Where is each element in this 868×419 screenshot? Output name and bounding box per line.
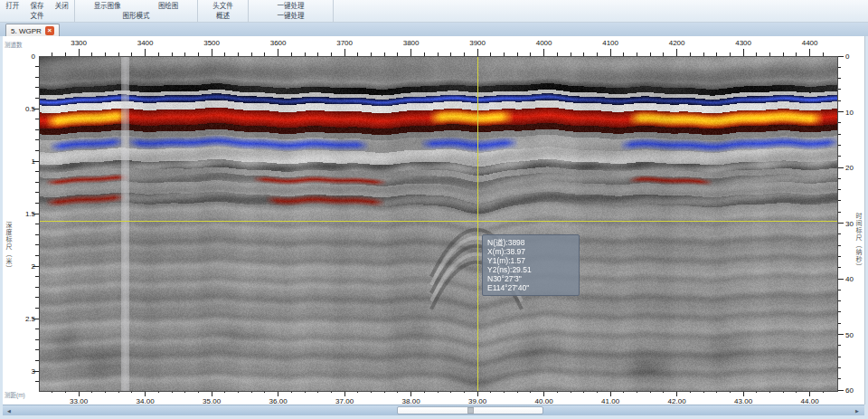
top-axis-label: 3400 [132, 39, 159, 47]
tab-label: 5. WGPR [11, 27, 42, 35]
top-axis-tick [145, 49, 146, 56]
wgpr-app-window: { "toolbar": { "groups": [ {"label": "文件… [0, 0, 868, 419]
ribbon-group-1: 打开保存关闭文件 [0, 0, 75, 22]
cursor-readout-tooltip: N(道):3898X(m):38.97Y1(m):1.57Y2(ns):29.5… [482, 234, 580, 296]
right-axis-label: 10 [845, 109, 862, 117]
ribbon-group-label: 概述 [198, 11, 248, 22]
ribbon-group-label: 文件 [0, 11, 74, 22]
ribbon-group-label: 图形模式 [75, 11, 197, 22]
right-axis-tick [837, 56, 844, 57]
top-axis-label: 3600 [265, 39, 292, 47]
ribbon-toolbar: 打开保存关闭文件显示图像图绘图图形模式头文件概述一键处理一键处理 [0, 0, 868, 23]
tooltip-line: N30°27'3" [487, 274, 574, 283]
left-axis-label: 2 [12, 262, 35, 271]
top-axis-tick [543, 49, 544, 56]
top-axis-unit-label: 测道数 [5, 42, 23, 48]
horizontal-scrollbar[interactable]: ◀ ▶ [3, 405, 864, 415]
left-axis-label: 0.5 [12, 105, 35, 113]
tooltip-line: X(m):38.97 [487, 247, 574, 256]
tooltip-line: Y1(m):1.57 [487, 256, 574, 265]
top-axis-label: 3700 [331, 39, 358, 47]
tooltip-line: N(道):3898 [487, 238, 574, 247]
scrollbar-thumb[interactable] [397, 406, 543, 414]
scroll-right-arrow-icon[interactable]: ▶ [853, 406, 862, 415]
top-axis-label: 3800 [398, 39, 425, 47]
left-axis-label: 1.5 [12, 210, 35, 218]
ribbon-button[interactable]: 打开 [4, 0, 21, 11]
radargram-panel: 测道数 测距(m) 深度标尺（米） 时间标尺（纳秒） 3300340035003… [3, 36, 865, 405]
ribbon-group-2: 显示图像图绘图图形模式 [75, 0, 198, 22]
top-axis-tick [278, 49, 278, 56]
top-axis-label: 4000 [531, 39, 558, 47]
top-axis-tick [676, 49, 677, 56]
top-axis-tick [610, 49, 611, 56]
top-axis-tick [809, 49, 810, 56]
top-axis-label: 3300 [65, 39, 92, 47]
right-axis-tick [837, 111, 844, 112]
top-axis-label: 3900 [464, 39, 491, 47]
top-axis-label: 3500 [198, 39, 225, 47]
left-axis-label: 1 [12, 157, 35, 166]
top-axis-tick [212, 49, 212, 56]
top-axis-label: 4200 [664, 39, 691, 47]
tooltip-line: E114°27'40" [487, 283, 574, 292]
right-axis-label: 40 [845, 275, 862, 283]
ribbon-button[interactable]: 显示图像 [92, 0, 123, 11]
left-axis-label: 2.5 [12, 315, 35, 323]
ribbon-button[interactable]: 头文件 [211, 0, 235, 11]
ribbon-group-3: 头文件概述 [198, 0, 249, 22]
radargram-canvas[interactable] [40, 57, 837, 391]
top-axis-label: 4300 [730, 39, 757, 47]
right-axis-tick [837, 223, 844, 224]
right-axis-label: 60 [845, 386, 862, 395]
right-axis-tick [837, 390, 844, 391]
top-axis-tick [410, 49, 411, 56]
top-axis-tick [477, 49, 478, 56]
scroll-left-arrow-icon[interactable]: ◀ [5, 406, 14, 415]
crosshair-vertical-line [477, 57, 478, 391]
crosshair-horizontal-line [40, 221, 837, 222]
ribbon-group-4: 一键处理一键处理 [249, 0, 334, 22]
right-axis-label: 30 [845, 220, 862, 228]
right-axis-label: 0 [845, 52, 862, 61]
ribbon-button[interactable]: 关闭 [53, 0, 71, 11]
top-axis-label: 4100 [597, 39, 624, 47]
right-axis-tick [837, 167, 844, 168]
tab-close-icon[interactable]: × [45, 26, 54, 35]
right-axis-tick [837, 334, 844, 335]
top-axis-tick [344, 49, 345, 56]
thumb-grip-icon [467, 407, 474, 414]
radargram-plot-area: N(道):3898X(m):38.97Y1(m):1.57Y2(ns):29.5… [39, 56, 838, 392]
right-axis-label: 50 [845, 331, 862, 339]
ribbon-button[interactable]: 一键处理 [276, 0, 307, 11]
top-axis-label: 4400 [797, 39, 824, 47]
right-axis-label: 20 [845, 164, 862, 172]
top-axis-tick [79, 49, 80, 56]
tab-wgpr[interactable]: 5. WGPR × [5, 24, 60, 37]
ribbon-button[interactable]: 图绘图 [156, 0, 181, 11]
tab-bar: 5. WGPR × [0, 23, 868, 36]
right-axis-tick [837, 279, 844, 280]
left-axis-label: 3 [12, 367, 35, 376]
left-axis-label: 0 [12, 52, 35, 61]
ribbon-button[interactable]: 保存 [28, 0, 45, 11]
ribbon-group-label: 一键处理 [249, 11, 333, 22]
tooltip-line: Y2(ns):29.51 [487, 265, 574, 274]
bottom-axis-unit-label: 测距(m) [5, 392, 25, 398]
top-axis-tick [743, 49, 744, 56]
